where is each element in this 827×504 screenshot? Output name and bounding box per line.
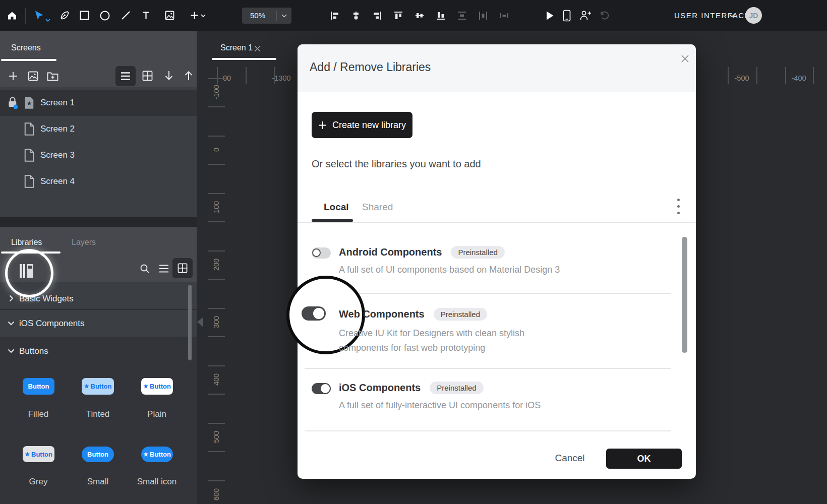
- image-tool-icon[interactable]: [165, 11, 174, 20]
- widget-button-label: Button: [31, 451, 52, 458]
- widget-button-grey[interactable]: ★ Button: [23, 446, 54, 462]
- screen-name: Screen 3: [40, 142, 75, 168]
- screen-list-item[interactable]: Screen 3: [0, 142, 197, 168]
- align-middle-vertical-icon[interactable]: [415, 11, 424, 20]
- toggle-android-components[interactable]: [312, 247, 331, 259]
- move-screen-down-icon[interactable]: [164, 70, 174, 81]
- toggle-ios-components[interactable]: [312, 383, 331, 394]
- move-screen-up-icon[interactable]: [184, 70, 194, 81]
- widget-button-tinted[interactable]: ★ Button: [82, 378, 114, 395]
- add-remove-libraries-dialog: Add / Remove Libraries Create new librar…: [298, 44, 696, 479]
- dialog-scrollbar[interactable]: [682, 237, 687, 353]
- screen-list-item[interactable]: Screen 4: [0, 168, 197, 195]
- svg-text:★: ★: [27, 100, 32, 106]
- distribute-horizontal-icon[interactable]: [479, 11, 488, 20]
- cancel-button[interactable]: Cancel: [545, 453, 595, 464]
- align-top-icon[interactable]: [394, 11, 403, 20]
- select-tool-chevron-icon[interactable]: [45, 19, 50, 22]
- ellipse-tool-icon[interactable]: [100, 11, 110, 21]
- star-icon: ★: [84, 384, 89, 389]
- screens-grid-view-icon[interactable]: [142, 71, 153, 81]
- rectangle-tool-icon[interactable]: [80, 11, 89, 20]
- tab-layers[interactable]: Layers: [72, 238, 96, 247]
- align-bottom-icon[interactable]: [436, 11, 445, 20]
- create-new-library-label: Create new library: [332, 120, 406, 131]
- add-widget-chevron-icon[interactable]: [201, 14, 206, 18]
- text-tool-icon[interactable]: [142, 11, 150, 20]
- section-ios-components[interactable]: iOS Components: [19, 319, 84, 329]
- home-icon[interactable]: [7, 11, 17, 21]
- canvas-tab-underline: [212, 58, 276, 60]
- kebab-menu-icon[interactable]: [677, 199, 680, 218]
- align-right-icon[interactable]: [373, 11, 382, 20]
- add-image-screen-icon[interactable]: [28, 71, 38, 81]
- line-tool-icon[interactable]: [121, 11, 131, 20]
- align-left-icon[interactable]: [330, 11, 339, 20]
- ruler-label: -100: [212, 77, 220, 107]
- project-chevron-icon[interactable]: [729, 14, 735, 18]
- pen-tool-icon[interactable]: [60, 10, 70, 21]
- widget-button-label: Button: [150, 451, 171, 458]
- star-icon: ★: [25, 452, 30, 457]
- close-icon[interactable]: [680, 54, 690, 64]
- distribute-vertical-icon[interactable]: [457, 11, 466, 20]
- screen-page-icon: [24, 122, 34, 136]
- screen-list-item[interactable]: Screen 2: [0, 116, 197, 142]
- add-folder-icon[interactable]: [47, 71, 58, 81]
- widget-button-label: Button: [28, 383, 49, 390]
- library-description: Creative IU Kit for Designers with clean…: [339, 326, 524, 355]
- tab-local[interactable]: Local: [324, 202, 349, 213]
- star-icon: ★: [143, 452, 148, 457]
- ruler-label: 0: [212, 135, 220, 165]
- create-new-library-button[interactable]: Create new library: [312, 112, 412, 138]
- widget-button-filled[interactable]: Button: [23, 378, 54, 395]
- library-grid-view-button[interactable]: [172, 258, 193, 278]
- widget-button-small[interactable]: Button: [82, 447, 114, 462]
- zoom-dropdown[interactable]: 50%: [242, 8, 291, 24]
- screen-list-item[interactable]: ★ Screen 1: [0, 90, 197, 116]
- tab-libraries[interactable]: Libraries: [11, 238, 42, 247]
- spacing-icon[interactable]: [500, 11, 509, 20]
- chevron-down-icon[interactable]: [8, 349, 15, 353]
- select-tool-icon[interactable]: [34, 10, 45, 21]
- chevron-right-icon[interactable]: [9, 295, 14, 302]
- align-center-horizontal-icon[interactable]: [351, 11, 361, 20]
- toolbar-divider: [25, 8, 26, 24]
- undo-icon[interactable]: [599, 10, 610, 21]
- play-simulate-icon[interactable]: [546, 11, 554, 21]
- dialog-subtitle: Or select the libraries you want to add: [312, 158, 481, 170]
- chevron-down-icon[interactable]: [8, 321, 15, 326]
- ruler-label: 600: [212, 479, 220, 504]
- screens-list-view-button[interactable]: [115, 66, 136, 86]
- add-widget-icon[interactable]: [190, 11, 199, 20]
- ruler-label: -500: [731, 74, 753, 82]
- library-title-row: iOS Components Preinstalled: [339, 382, 484, 394]
- library-list-view-icon[interactable]: [159, 264, 169, 273]
- panel-gap: [0, 217, 197, 227]
- project-name-menu[interactable]: USER INTERFACE: [674, 11, 750, 20]
- library-panel-scrollbar[interactable]: [188, 285, 192, 360]
- row-divider: [305, 293, 671, 294]
- preinstalled-badge: Preinstalled: [434, 308, 487, 321]
- widget-button-plain[interactable]: ★ Button: [141, 378, 173, 395]
- widget-caption: Tinted: [70, 409, 126, 419]
- widget-button-small-icon[interactable]: ★ Button: [141, 447, 173, 462]
- widget-button-label: Button: [150, 383, 171, 390]
- add-screen-icon[interactable]: [8, 71, 18, 81]
- preinstalled-badge: Preinstalled: [430, 382, 483, 394]
- ok-button[interactable]: OK: [606, 449, 682, 469]
- section-buttons[interactable]: Buttons: [19, 346, 48, 356]
- canvas-tab-close-icon[interactable]: [254, 45, 261, 52]
- toggle-web-components[interactable]: [302, 306, 326, 321]
- lock-icon[interactable]: [8, 96, 18, 109]
- tab-shared[interactable]: Shared: [362, 202, 393, 213]
- user-avatar[interactable]: JD: [745, 7, 762, 24]
- canvas-tab-screen1[interactable]: Screen 1: [220, 43, 253, 52]
- plus-icon: [318, 121, 327, 130]
- panel-collapse-handle[interactable]: [197, 317, 203, 327]
- share-add-user-icon[interactable]: [579, 10, 592, 21]
- widget-caption: Small: [70, 477, 126, 487]
- search-icon[interactable]: [140, 264, 150, 274]
- device-preview-icon[interactable]: [563, 10, 571, 22]
- widget-caption: Grey: [11, 477, 66, 487]
